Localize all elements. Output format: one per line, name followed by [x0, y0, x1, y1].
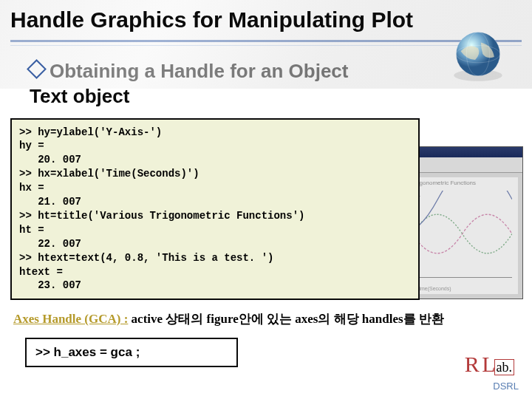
- note-rest: active 상태의 figure안에 있는 axes의 해당 handles를…: [128, 312, 444, 326]
- axes-handle-note: Axes Handle (GCA) : active 상태의 figure안에 …: [13, 310, 519, 327]
- lab-logo-ab: ab.: [494, 359, 515, 375]
- lab-logo-rl: R L: [465, 352, 494, 376]
- code-block-gca: >> h_axes = gca ;: [25, 338, 238, 367]
- note-highlight: Axes Handle (GCA) :: [13, 312, 128, 326]
- globe-icon: [449, 28, 507, 86]
- lab-logo: R Lab.: [465, 352, 514, 377]
- code-block-main: >> hy=ylabel('Y-Axis-') hy = 20. 007 >> …: [10, 118, 420, 301]
- footer-label: DSRL: [493, 381, 519, 392]
